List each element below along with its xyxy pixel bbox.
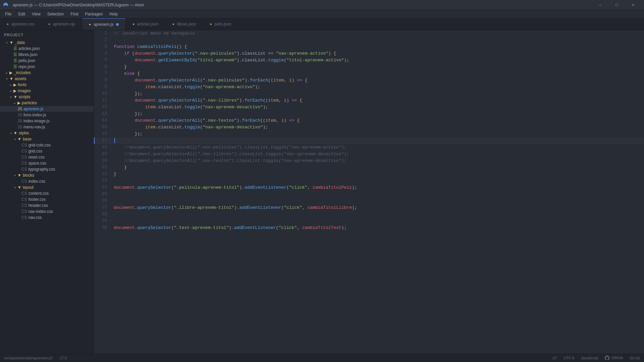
tab-aprenem-css[interactable]: ● aprenem.css	[0, 18, 42, 30]
cursor-position[interactable]: 17:5	[60, 356, 67, 360]
file-label: aprenem.js	[23, 107, 43, 111]
menu-help[interactable]: Help	[106, 10, 121, 18]
menu-find[interactable]: Find	[67, 10, 82, 18]
folder-name: styles	[19, 131, 29, 135]
sidebar-item-layout-folder[interactable]: ▼ layout	[0, 184, 94, 190]
chevron-icon	[8, 131, 13, 135]
line-17: 17	[94, 137, 644, 144]
menu-packages[interactable]: Packages	[82, 10, 106, 18]
line-11: 11 document.querySelectorAll(".nav-llibr…	[94, 97, 644, 104]
css-icon: CS	[21, 143, 27, 147]
sidebar-item-index-image-js[interactable]: JS index-image.js	[0, 118, 94, 124]
chevron-icon	[12, 186, 17, 189]
sidebar-item-header-css[interactable]: CS header.css	[0, 202, 94, 208]
css-icon: CS	[21, 209, 27, 214]
sidebar-item-typography-css[interactable]: CS typography.css	[0, 166, 94, 172]
sidebar-item-images-folder[interactable]: ▶ images	[0, 88, 94, 94]
sidebar-item-includes-folder[interactable]: ▶ _includes	[0, 70, 94, 76]
folder-name: images	[18, 88, 31, 93]
encoding[interactable]: UTF-8	[564, 356, 574, 360]
sidebar-item-space-css[interactable]: CS space.css	[0, 160, 94, 166]
chevron-icon	[8, 89, 13, 93]
file-label: header.css	[29, 203, 48, 208]
file-label: nav-index.css	[29, 209, 53, 214]
line-21: 21 }	[94, 164, 644, 171]
sidebar-item-reset-css[interactable]: CS reset.css	[0, 154, 94, 160]
tab-pelis-json[interactable]: ● pelis.json	[203, 18, 238, 30]
json-icon: ☰	[13, 46, 17, 51]
line-4: 4 if (document.querySelector(".nav-pelic…	[94, 50, 644, 57]
sidebar-item-articles-json[interactable]: ☰ articles.json	[0, 46, 94, 52]
css-icon: CS	[21, 191, 27, 196]
json-icon: ☰	[13, 52, 17, 57]
tab-articles-json[interactable]: ● articles.json	[126, 18, 165, 30]
sidebar-item-base-folder[interactable]: ▼ base	[0, 136, 94, 142]
css-icon: CS	[21, 149, 27, 154]
line-ending[interactable]: LF	[553, 356, 557, 360]
file-label: nav.css	[29, 215, 42, 220]
folder-name: fonts	[18, 82, 26, 87]
folder-icon: ▼	[17, 185, 21, 190]
file-path[interactable]: src\assets\scripts\aprenem.js*	[4, 356, 53, 360]
sidebar-item-nav-index-css[interactable]: CS nav-index.css	[0, 208, 94, 215]
tab-aprenem-js[interactable]: ● aprenem.js	[82, 18, 126, 30]
menu-edit[interactable]: Edit	[15, 10, 29, 18]
folder-icon: ▼	[13, 95, 17, 99]
line-19: 19 //document.querySelectorAll(".nav-lli…	[94, 151, 644, 158]
css-icon: CS	[21, 179, 27, 184]
line-7: 7 else {	[94, 70, 644, 77]
line-25: 25	[94, 191, 644, 198]
line-26: 26	[94, 198, 644, 204]
line-3: 3 function cambiaTitolPeli() {	[94, 44, 644, 50]
maximize-button[interactable]: □	[609, 0, 624, 10]
sidebar-item-content-css[interactable]: CS content.css	[0, 190, 94, 196]
sidebar-item-footer-css[interactable]: CS footer.css	[0, 196, 94, 202]
sidebar-item-scripts-folder[interactable]: ▼ scripts	[0, 94, 94, 100]
sidebar-item-data-folder[interactable]: ▼ _data	[0, 40, 94, 46]
js-icon: JS	[17, 113, 22, 117]
sidebar-item-assets-folder[interactable]: ▼ assets	[0, 76, 94, 82]
minimize-button[interactable]: —	[593, 0, 608, 10]
json-icon: ☰	[13, 64, 17, 69]
folder-name: _includes	[14, 70, 31, 75]
folder-name: scripts	[19, 95, 31, 99]
sidebar-item-aprenem-js[interactable]: JS aprenem.js	[0, 106, 94, 112]
sidebar-header: Project	[0, 30, 94, 40]
github-link[interactable]: GitHub	[605, 356, 623, 360]
tab-aprenem-njk[interactable]: ● aprenem.njk	[42, 18, 82, 30]
sidebar-item-blocks-folder[interactable]: ▼ blocks	[0, 172, 94, 178]
sidebar-item-grid-cols-css[interactable]: CS grid-cols.css	[0, 142, 94, 148]
chevron-icon	[4, 77, 9, 81]
chevron-icon	[8, 95, 13, 99]
sidebar-item-nav-css[interactable]: CS nav.css	[0, 215, 94, 221]
folder-icon: ▼	[17, 137, 21, 141]
file-label: reset.css	[29, 155, 45, 160]
language[interactable]: JavaScript	[581, 356, 598, 360]
sidebar-item-fonts-folder[interactable]: ▶ fonts	[0, 82, 94, 88]
file-label: pelis.json	[18, 58, 35, 63]
sidebar-item-menu-nav-js[interactable]: JS menu-nav.js	[0, 124, 94, 130]
sidebar-item-styles-folder[interactable]: ▼ styles	[0, 130, 94, 136]
menu-selection[interactable]: Selection	[44, 10, 67, 18]
line-9: 9 item.classList.toggle("nav-aprenem-act…	[94, 84, 644, 90]
js-icon: JS	[17, 107, 22, 111]
file-label: grid.css	[29, 149, 42, 154]
sidebar-item-repo-json[interactable]: ☰ repo.json	[0, 64, 94, 70]
folder-name: assets	[15, 76, 26, 81]
editor-area[interactable]: 1 // JavaScript menu de navegacio 2 3 fu…	[94, 30, 644, 354]
file-label: repo.json	[18, 64, 35, 69]
menu-file[interactable]: File	[2, 10, 15, 18]
json-icon: ☰	[13, 58, 17, 63]
git-status[interactable]: Git (0)	[630, 356, 640, 360]
close-button[interactable]: ✕	[626, 0, 641, 10]
folder-icon: ▶	[17, 101, 20, 105]
sidebar-item-particles-folder[interactable]: ▶ particles	[0, 100, 94, 106]
sidebar-item-pelis-json[interactable]: ☰ pelis.json	[0, 58, 94, 64]
sidebar-item-index-css[interactable]: CS index.css	[0, 178, 94, 184]
sidebar-item-grid-css[interactable]: CS grid.css	[0, 148, 94, 154]
chevron-icon	[4, 71, 9, 75]
menu-view[interactable]: View	[29, 10, 44, 18]
tab-llibres-json[interactable]: ● llibres.json	[166, 18, 203, 30]
sidebar-item-fons-index-js[interactable]: JS fons-index.js	[0, 112, 94, 118]
sidebar-item-llibres-json[interactable]: ☰ llibres.json	[0, 52, 94, 58]
